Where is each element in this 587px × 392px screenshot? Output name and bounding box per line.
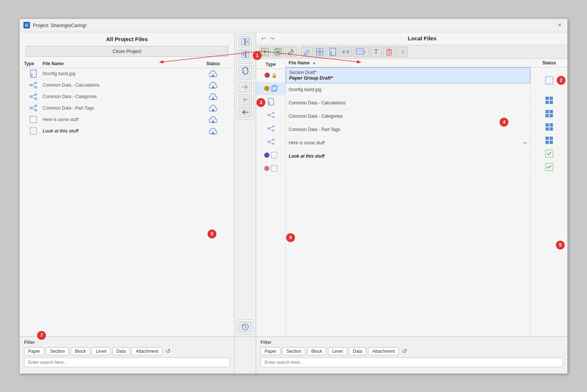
- svg-line-49: [269, 127, 273, 128]
- file-name: Here is some stuff: [43, 117, 196, 122]
- filter-search-right[interactable]: [261, 358, 563, 367]
- table-row[interactable]: Look at this stuff: [21, 125, 233, 137]
- expand-right-button[interactable]: [239, 36, 252, 47]
- svg-rect-17: [30, 116, 37, 123]
- file-type-icon: [24, 70, 43, 78]
- edit-button[interactable]: [301, 47, 313, 57]
- filename-row[interactable]: Common Data - Calculations: [286, 97, 530, 110]
- svg-line-44: [269, 113, 273, 115]
- copy-green-button[interactable]: [272, 47, 284, 57]
- arrow-group: [237, 80, 254, 120]
- filter-tag-section-left[interactable]: Section: [46, 347, 69, 355]
- filename-header-text: File Name: [289, 60, 310, 66]
- table-row[interactable]: Here is some stuff: [21, 114, 233, 125]
- filter-reset-left[interactable]: ↺: [166, 348, 170, 355]
- table-row[interactable]: 0config band.jpg: [21, 68, 233, 80]
- filename-row[interactable]: Look at this stuff: [286, 150, 530, 163]
- filter-tag-block-left[interactable]: Block: [71, 347, 90, 355]
- attachment-button[interactable]: [327, 47, 339, 57]
- status-icon: [196, 104, 230, 112]
- filter-tag-level-right[interactable]: Level: [328, 347, 347, 355]
- filter-tag-block-right[interactable]: Block: [307, 347, 326, 355]
- share-icon: [268, 112, 274, 118]
- send-left-button[interactable]: [239, 94, 252, 105]
- expand-left-button[interactable]: [239, 49, 252, 60]
- redo-button[interactable]: ↪: [268, 34, 276, 43]
- more-dropdown-button[interactable]: [396, 47, 408, 57]
- local-filename-header: File Name ▲: [286, 59, 530, 67]
- filename-row[interactable]: Section Draft* Paper Group Draft*: [286, 67, 530, 83]
- file-type-icon: [24, 82, 43, 88]
- undo-button[interactable]: ↩: [260, 34, 268, 43]
- attachment-icon: [268, 98, 274, 105]
- paper-group-draft-name: Paper Group Draft*: [289, 75, 333, 81]
- filename-row[interactable]: 0config band.jpg: [286, 83, 530, 97]
- close-button[interactable]: ×: [556, 21, 564, 29]
- send-left-blue-button[interactable]: [239, 107, 252, 118]
- filter-tag-data-left[interactable]: Data: [112, 347, 130, 355]
- dashed-icon: [271, 152, 278, 158]
- sync-button[interactable]: [239, 65, 252, 76]
- filename-row[interactable]: Common Data - Categories: [286, 110, 530, 123]
- svg-rect-61: [545, 101, 549, 104]
- svg-line-5: [31, 83, 35, 85]
- filter-tag-attachment-left[interactable]: Attachment: [132, 347, 162, 355]
- filter-center-gap: [235, 337, 256, 373]
- svg-rect-62: [550, 101, 553, 104]
- filter-tag-paper-left[interactable]: Paper: [24, 347, 44, 355]
- history-button[interactable]: [239, 321, 252, 332]
- grid-button[interactable]: [314, 47, 326, 57]
- svg-rect-73: [545, 141, 549, 144]
- table-row[interactable]: Common Data - Calculations: [21, 80, 233, 91]
- svg-rect-60: [550, 97, 553, 100]
- svg-point-12: [30, 107, 32, 109]
- file-type-icon: [24, 105, 43, 111]
- sync-group: [237, 63, 254, 78]
- svg-rect-21: [242, 51, 245, 58]
- svg-line-55: [269, 142, 273, 144]
- edit-green-button[interactable]: [285, 47, 297, 57]
- svg-rect-69: [545, 127, 549, 131]
- filename-row[interactable]: Here is some stuff ✏: [286, 137, 530, 150]
- filter-tag-paper-right[interactable]: Paper: [261, 347, 281, 355]
- color-dot-pink: [264, 166, 269, 171]
- color-dropdown-button[interactable]: [353, 47, 369, 57]
- add-green-button[interactable]: [259, 47, 271, 57]
- filter-search-left[interactable]: [24, 358, 230, 367]
- type-row: [256, 122, 285, 135]
- center-toolbar: [235, 32, 256, 336]
- svg-point-2: [30, 84, 32, 86]
- table-row[interactable]: Common Data - Part Tags: [21, 103, 233, 114]
- filter-reset-right[interactable]: ↺: [402, 348, 407, 355]
- svg-rect-66: [550, 114, 553, 117]
- local-type-column: Type 🔒: [256, 59, 286, 336]
- filter-tag-level-left[interactable]: Level: [92, 347, 110, 355]
- send-right-button[interactable]: [239, 81, 252, 93]
- filename-row[interactable]: Common Data - Part Tags: [286, 123, 530, 137]
- file-name-text: 0config band.jpg: [289, 87, 321, 92]
- close-project-button[interactable]: Close Project: [26, 46, 228, 57]
- svg-point-43: [273, 117, 274, 118]
- svg-rect-34: [387, 50, 391, 55]
- svg-line-45: [269, 115, 273, 117]
- filter-right-tags: Paper Section Block Level Data Attachmen…: [261, 347, 563, 355]
- file-name-text: Here is some stuff: [289, 140, 325, 145]
- grid-status-icon: [545, 123, 553, 131]
- file-type-icon: [24, 116, 43, 123]
- section-draft-name: Section Draft*: [289, 70, 316, 75]
- filter-tag-attachment-right[interactable]: Attachment: [368, 347, 399, 355]
- delete-button[interactable]: [383, 47, 395, 57]
- filter-tag-data-right[interactable]: Data: [349, 347, 366, 355]
- svg-rect-19: [242, 38, 245, 45]
- table-row[interactable]: Common Data - Categories: [21, 91, 233, 103]
- check-green-icon: [545, 150, 553, 158]
- file-name: 0config band.jpg: [43, 71, 196, 76]
- filter-tag-section-right[interactable]: Section: [282, 347, 305, 355]
- transfer-group: [237, 34, 254, 62]
- type-row: [256, 96, 285, 109]
- svg-point-9: [35, 98, 37, 100]
- text-button[interactable]: T: [370, 47, 382, 57]
- local-filename-column: File Name ▲ Section Draft* Paper Group D…: [286, 59, 530, 336]
- move-button[interactable]: [340, 47, 352, 57]
- svg-rect-0: [30, 70, 36, 77]
